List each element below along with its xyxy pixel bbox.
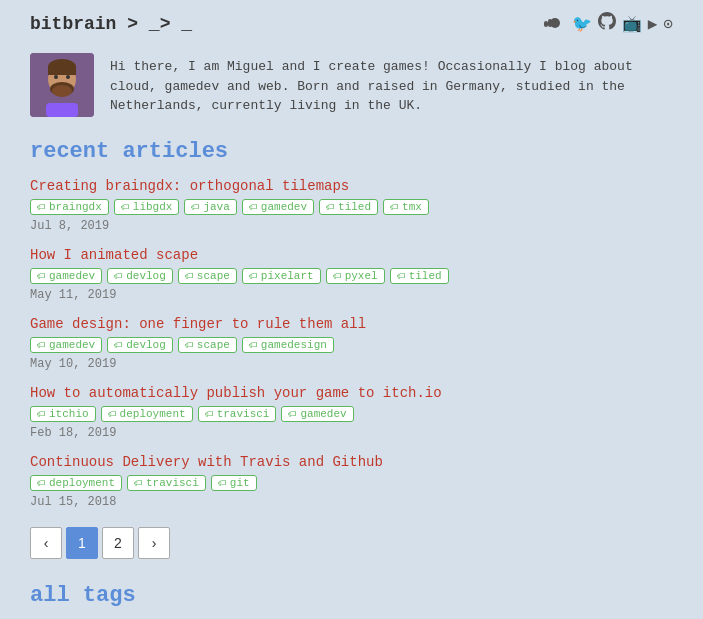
svg-rect-1 bbox=[544, 21, 548, 27]
profile-section: Hi there, I am Miguel and I create games… bbox=[30, 53, 673, 117]
tag[interactable]: tmx bbox=[383, 199, 429, 215]
page-number-button[interactable]: 2 bbox=[102, 527, 134, 559]
brand-name: bitbrain bbox=[30, 14, 116, 34]
cursor-symbol: > _ bbox=[160, 14, 192, 34]
article-item: Game design: one finger to rule them all… bbox=[30, 316, 673, 371]
profile-bio: Hi there, I am Miguel and I create games… bbox=[110, 53, 673, 116]
pagination: ‹ 12 › bbox=[30, 527, 673, 559]
tag[interactable]: tiled bbox=[319, 199, 378, 215]
tag[interactable]: gamedev bbox=[30, 337, 102, 353]
svg-point-7 bbox=[54, 75, 58, 79]
svg-rect-6 bbox=[48, 67, 76, 75]
article-tags-row: gamedevdevlogscapepixelartpyxeltiled bbox=[30, 268, 673, 284]
all-tags-section: all tags braingdxdeploymentdevloggamedes… bbox=[30, 583, 673, 619]
prev-page-button[interactable]: ‹ bbox=[30, 527, 62, 559]
tag[interactable]: scape bbox=[178, 337, 237, 353]
tag[interactable]: git bbox=[211, 475, 257, 491]
twitch-icon[interactable]: 📺 bbox=[622, 14, 642, 34]
article-title[interactable]: Continuous Delivery with Travis and Gith… bbox=[30, 454, 383, 470]
article-title[interactable]: How to automatically publish your game t… bbox=[30, 385, 442, 401]
article-title[interactable]: How I animated scape bbox=[30, 247, 198, 263]
header: bitbrain > _> _ 🐦 📺 ▶ ⊙ bbox=[30, 12, 673, 35]
youtube-icon[interactable]: ▶ bbox=[648, 14, 658, 34]
recent-articles-title: recent articles bbox=[30, 139, 673, 164]
next-page-button[interactable]: › bbox=[138, 527, 170, 559]
svg-point-10 bbox=[52, 85, 72, 97]
tag[interactable]: libgdx bbox=[114, 199, 180, 215]
recent-articles-section: recent articles Creating braingdx: ortho… bbox=[30, 139, 673, 509]
header-cursor: > _ bbox=[127, 14, 159, 34]
avatar bbox=[30, 53, 94, 117]
tag[interactable]: pyxel bbox=[326, 268, 385, 284]
tag[interactable]: pixelart bbox=[242, 268, 321, 284]
svg-point-8 bbox=[66, 75, 70, 79]
article-item: How I animated scapegamedevdevlogscapepi… bbox=[30, 247, 673, 302]
tag[interactable]: itchio bbox=[30, 406, 96, 422]
tag[interactable]: gamedev bbox=[242, 199, 314, 215]
tag[interactable]: gamedev bbox=[30, 268, 102, 284]
soundcloud-icon[interactable] bbox=[544, 13, 566, 34]
page-number-button[interactable]: 1 bbox=[66, 527, 98, 559]
article-item: Continuous Delivery with Travis and Gith… bbox=[30, 454, 673, 509]
tag[interactable]: travisci bbox=[127, 475, 206, 491]
twitter-icon[interactable]: 🐦 bbox=[572, 14, 592, 34]
article-date: Jul 15, 2018 bbox=[30, 495, 673, 509]
tag[interactable]: java bbox=[184, 199, 236, 215]
article-item: Creating braingdx: orthogonal tilemapsbr… bbox=[30, 178, 673, 233]
page-numbers: 12 bbox=[66, 527, 134, 559]
svg-rect-2 bbox=[548, 19, 552, 27]
tag[interactable]: deployment bbox=[30, 475, 122, 491]
social-icons: 🐦 📺 ▶ ⊙ bbox=[544, 12, 673, 35]
article-title[interactable]: Game design: one finger to rule them all bbox=[30, 316, 366, 332]
svg-rect-11 bbox=[46, 103, 78, 117]
bio-text: Hi there, I am Miguel and I create games… bbox=[110, 59, 633, 113]
articles-container: Creating braingdx: orthogonal tilemapsbr… bbox=[30, 178, 673, 509]
tag[interactable]: deployment bbox=[101, 406, 193, 422]
tag[interactable]: braingdx bbox=[30, 199, 109, 215]
tag[interactable]: gamedev bbox=[281, 406, 353, 422]
article-title[interactable]: Creating braingdx: orthogonal tilemaps bbox=[30, 178, 349, 194]
article-date: Feb 18, 2019 bbox=[30, 426, 673, 440]
tag[interactable]: devlog bbox=[107, 268, 173, 284]
tag[interactable]: devlog bbox=[107, 337, 173, 353]
github-icon[interactable] bbox=[598, 12, 616, 35]
article-tags-row: gamedevdevlogscapegamedesign bbox=[30, 337, 673, 353]
tag[interactable]: tiled bbox=[390, 268, 449, 284]
tag[interactable]: travisci bbox=[198, 406, 277, 422]
tag[interactable]: scape bbox=[178, 268, 237, 284]
other-icon[interactable]: ⊙ bbox=[663, 14, 673, 34]
article-tags-row: braingdxlibgdxjavagamedevtiledtmx bbox=[30, 199, 673, 215]
article-date: May 11, 2019 bbox=[30, 288, 673, 302]
article-date: May 10, 2019 bbox=[30, 357, 673, 371]
article-date: Jul 8, 2019 bbox=[30, 219, 673, 233]
all-tags-title: all tags bbox=[30, 583, 673, 608]
article-tags-row: itchiodeploymenttraviscigamedev bbox=[30, 406, 673, 422]
site-title[interactable]: bitbrain > _> _ bbox=[30, 14, 192, 34]
article-item: How to automatically publish your game t… bbox=[30, 385, 673, 440]
article-tags-row: deploymenttraviscigit bbox=[30, 475, 673, 491]
tag[interactable]: gamedesign bbox=[242, 337, 334, 353]
